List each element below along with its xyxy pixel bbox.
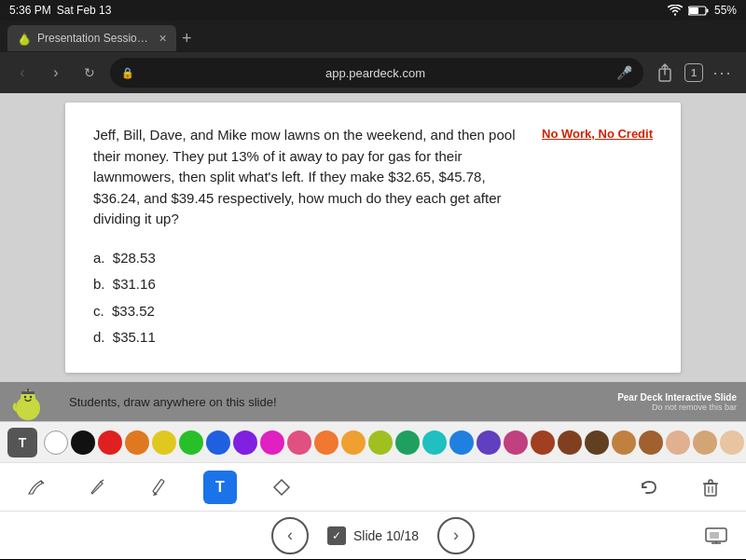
battery-icon <box>688 6 709 16</box>
tools-bar: T <box>0 462 746 511</box>
color-brown-dark[interactable] <box>531 430 555 455</box>
choice-c: c. $33.52 <box>93 298 523 325</box>
color-purple[interactable] <box>233 430 257 455</box>
svg-rect-21 <box>710 532 719 539</box>
slide-container: Jeff, Bill, Dave, and Mike mow lawns on … <box>65 102 681 373</box>
peardeck-badge-sub: Do not remove this bar <box>617 403 737 412</box>
svg-point-6 <box>24 396 26 398</box>
svg-rect-2 <box>689 7 698 14</box>
active-tab[interactable]: 🍐 Presentation Session St... ✕ <box>7 25 176 51</box>
cast-button[interactable] <box>699 519 733 553</box>
svg-rect-9 <box>27 389 29 392</box>
svg-line-11 <box>101 480 104 482</box>
pencil-tool-button[interactable] <box>142 471 175 504</box>
tab-title: Presentation Session St... <box>37 32 149 45</box>
color-skin-med[interactable] <box>666 430 690 455</box>
marker-tool-button[interactable] <box>19 471 52 504</box>
peardeck-logo <box>9 384 47 421</box>
choice-a: a. $28.53 <box>93 245 523 272</box>
trash-button[interactable] <box>694 471 727 504</box>
color-skin-light[interactable] <box>693 430 717 455</box>
forward-button[interactable]: › <box>43 64 69 81</box>
nav-actions: 1 ··· <box>651 59 737 87</box>
battery-pct: 55% <box>714 4 737 17</box>
answer-choices: a. $28.53 b. $31.16 c. $33.52 d. $35.11 <box>93 245 523 351</box>
color-indigo[interactable] <box>477 430 501 455</box>
main-content: Jeff, Bill, Dave, and Mike mow lawns on … <box>0 93 746 382</box>
color-toolbar: T <box>0 421 746 462</box>
color-lime[interactable] <box>368 430 393 455</box>
color-magenta[interactable] <box>504 430 528 455</box>
share-button[interactable] <box>651 59 679 87</box>
wifi-icon <box>668 5 683 16</box>
url-bar[interactable]: 🔒 app.peardeck.com 🎤 <box>110 58 643 88</box>
text-tool-button[interactable]: T <box>203 471 237 504</box>
text-size-button[interactable]: T <box>7 428 37 458</box>
svg-rect-1 <box>706 8 708 12</box>
svg-point-7 <box>30 396 32 398</box>
draw-tools: T <box>19 471 298 504</box>
choice-d: d. $35.11 <box>93 324 523 351</box>
new-tab-button[interactable]: + <box>182 29 192 48</box>
color-rose[interactable] <box>287 430 311 455</box>
nav-bar: ‹ › ↻ 🔒 app.peardeck.com 🎤 1 ··· <box>0 52 746 93</box>
time: 5:36 PM <box>9 4 51 17</box>
slide-indicator: ✓ Slide 10/18 <box>327 526 419 545</box>
mic-icon: 🎤 <box>616 65 632 80</box>
color-orange[interactable] <box>314 430 338 455</box>
svg-marker-13 <box>274 480 289 495</box>
slide-check-icon: ✓ <box>327 526 346 545</box>
color-teal[interactable] <box>395 430 420 455</box>
action-tools <box>632 471 727 504</box>
color-pink[interactable] <box>260 430 284 455</box>
svg-rect-12 <box>153 479 164 493</box>
undo-button[interactable] <box>632 471 666 504</box>
reload-button[interactable]: ↻ <box>76 65 103 80</box>
color-white[interactable] <box>44 430 68 455</box>
tab-favicon: 🍐 <box>17 32 32 46</box>
eraser-tool-button[interactable] <box>265 471 298 504</box>
color-red[interactable] <box>98 430 122 455</box>
color-black[interactable] <box>71 430 95 455</box>
peardeck-bar: Students, draw anywhere on this slide! P… <box>0 382 746 421</box>
color-cyan[interactable] <box>422 430 447 455</box>
date: Sat Feb 13 <box>57 4 112 17</box>
no-work-credit: No Work, No Credit <box>542 127 653 141</box>
svg-rect-14 <box>705 484 716 496</box>
peardeck-message: Students, draw anywhere on this slide! <box>69 395 277 409</box>
next-slide-button[interactable]: › <box>437 517 475 554</box>
color-yellow[interactable] <box>152 430 176 455</box>
slide-text: Slide 10/18 <box>353 528 419 543</box>
bottom-nav: ‹ ✓ Slide 10/18 › <box>0 511 746 559</box>
color-sky[interactable] <box>449 430 474 455</box>
prev-slide-button[interactable]: ‹ <box>271 517 309 554</box>
color-amber[interactable] <box>341 430 366 455</box>
back-button[interactable]: ‹ <box>9 64 35 81</box>
choice-b: b. $31.16 <box>93 271 523 298</box>
color-peach[interactable] <box>720 430 744 455</box>
color-brown-deep[interactable] <box>585 430 609 455</box>
peardeck-badge: Pear Deck Interactive Slide Do not remov… <box>617 392 737 412</box>
status-bar: 5:36 PM Sat Feb 13 55% <box>0 0 746 20</box>
color-blue[interactable] <box>206 430 230 455</box>
question-text: Jeff, Bill, Dave, and Mike mow lawns on … <box>93 125 523 230</box>
tab-close-button[interactable]: ✕ <box>159 33 167 45</box>
more-button[interactable]: ··· <box>709 59 737 87</box>
peardeck-badge-title: Pear Deck Interactive Slide <box>617 392 737 403</box>
color-tan[interactable] <box>612 430 636 455</box>
lock-icon: 🔒 <box>121 67 134 79</box>
tab-count[interactable]: 1 <box>684 63 703 82</box>
tab-bar: 🍐 Presentation Session St... ✕ + <box>0 20 746 52</box>
color-brown[interactable] <box>558 430 582 455</box>
color-skin-dark[interactable] <box>639 430 663 455</box>
url-text: app.peardeck.com <box>140 66 611 80</box>
pen-tool-button[interactable] <box>80 471 114 504</box>
color-orange-dark[interactable] <box>125 430 149 455</box>
color-green[interactable] <box>179 430 203 455</box>
